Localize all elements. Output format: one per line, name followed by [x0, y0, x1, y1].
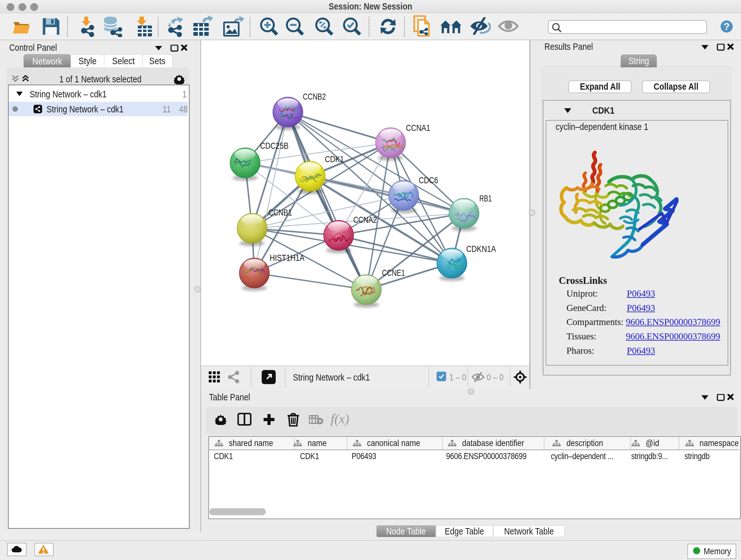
svg-text:CDC6: CDC6	[419, 175, 438, 185]
svg-text:CCNA2: CCNA2	[353, 215, 377, 225]
svg-text:CCNB2: CCNB2	[303, 91, 326, 102]
svg-text:CCNB1: CCNB1	[268, 207, 292, 217]
svg-text:RB1: RB1	[479, 193, 492, 203]
svg-text:CDK1: CDK1	[325, 154, 344, 164]
svg-text:HIST1H1A: HIST1H1A	[270, 253, 305, 263]
svg-text:CDKN1A: CDKN1A	[466, 244, 496, 254]
svg-text:CCNA1: CCNA1	[406, 123, 430, 133]
svg-text:CDC25B: CDC25B	[260, 141, 288, 151]
svg-text:CCNE1: CCNE1	[382, 268, 405, 278]
